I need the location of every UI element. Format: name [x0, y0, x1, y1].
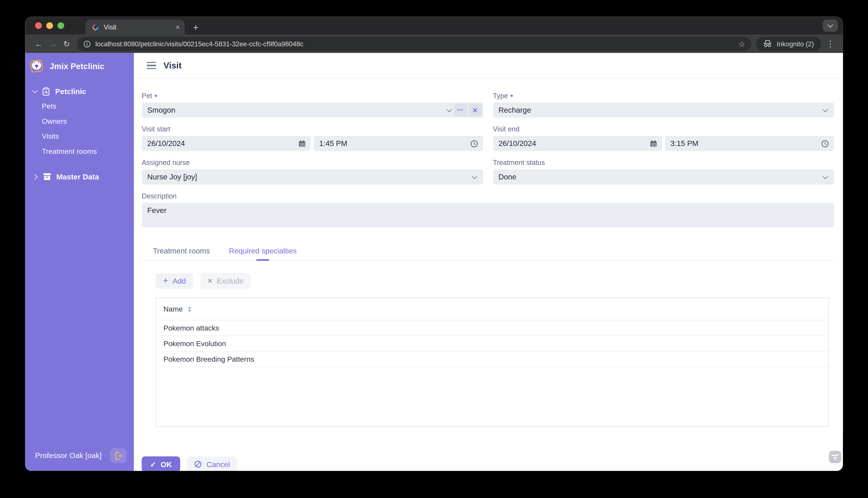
sidebar-item-visits[interactable]: Visits	[25, 129, 134, 144]
site-info-icon[interactable]	[83, 40, 91, 48]
clock-icon[interactable]	[470, 140, 478, 147]
tab-treatment-rooms[interactable]: Treatment rooms	[143, 243, 219, 260]
archive-box-icon	[43, 173, 51, 181]
visit-start-time-value: 1:45 PM	[319, 139, 470, 148]
specialty-name: Pokemon Evolution	[163, 340, 226, 348]
sort-icon[interactable]	[187, 306, 192, 312]
description-label: Description	[142, 192, 834, 200]
add-button[interactable]: + Add	[156, 273, 193, 289]
calendar-icon[interactable]	[298, 140, 306, 147]
add-button-label: Add	[173, 277, 186, 285]
tab-required-specialties[interactable]: Required specialties	[219, 243, 306, 260]
browser-titlebar: Visit × +	[25, 17, 843, 35]
assigned-nurse-group: Assigned nurse Nurse Joy [joy]	[142, 159, 483, 184]
app-logo-row: Jmix Petclinic	[25, 53, 134, 74]
type-label: Type •	[493, 92, 834, 100]
current-user-label: Professor Oak [oak]	[35, 451, 102, 460]
visit-start-label: Visit start	[142, 126, 483, 133]
tab-search-button[interactable]	[823, 19, 838, 31]
visit-form: Pet • Smogon ••• ×	[134, 79, 843, 471]
assigned-nurse-label: Assigned nurse	[142, 159, 483, 167]
logout-icon	[114, 452, 123, 460]
type-select[interactable]: Recharge	[493, 103, 834, 118]
browser-tab[interactable]: Visit ×	[86, 19, 185, 35]
pet-clear-button[interactable]: ×	[468, 104, 482, 117]
menu-toggle-icon[interactable]	[147, 62, 156, 69]
address-bar[interactable]: localhost:8080/petclinic/visits/00215ec4…	[77, 37, 751, 51]
table-row[interactable]: Pokemon Breeding Patterns	[156, 352, 828, 367]
zoom-window-button[interactable]	[58, 22, 64, 29]
pet-picker-field[interactable]: Smogon ••• ×	[142, 103, 483, 118]
clock-icon[interactable]	[821, 140, 829, 147]
reload-button[interactable]: ↻	[60, 39, 74, 48]
page-header: Visit	[134, 53, 843, 79]
sidebar-item-label: Pets	[42, 102, 56, 110]
browser-window: Visit × + ← → ↻ localhost:8080/petclinic…	[25, 17, 843, 471]
description-textarea[interactable]: Fever	[142, 203, 834, 227]
incognito-badge[interactable]: Inkognito (2)	[756, 37, 821, 51]
exclude-button[interactable]: × Exclude	[201, 273, 251, 289]
form-actions: ✓ OK Cancel	[142, 456, 834, 471]
bookmark-star-icon[interactable]: ☆	[738, 39, 745, 48]
chevron-down-icon	[32, 88, 38, 93]
ok-button-label: OK	[161, 460, 172, 468]
page-title: Visit	[163, 61, 181, 70]
visit-end-label: Visit end	[493, 126, 834, 133]
pet-label: Pet •	[142, 92, 483, 100]
tab-label: Required specialties	[229, 247, 297, 255]
chevron-down-icon	[822, 173, 828, 179]
chevron-down-icon[interactable]	[446, 106, 452, 112]
sidebar-item-treatment-rooms[interactable]: Treatment rooms	[25, 144, 134, 159]
table-header-name[interactable]: Name	[156, 298, 828, 320]
check-icon: ✓	[150, 460, 156, 468]
table-row[interactable]: Pokemon Evolution	[156, 336, 828, 352]
browser-menu-button[interactable]: ⋮	[821, 39, 838, 49]
minimize-window-button[interactable]	[46, 22, 53, 29]
table-row[interactable]: Pokemon attacks	[156, 320, 828, 336]
pet-lookup-button[interactable]: •••	[454, 104, 467, 117]
visit-start-time-input[interactable]: 1:45 PM	[314, 136, 483, 151]
treatment-status-value: Done	[498, 173, 821, 181]
sidebar-item-owners[interactable]: Owners	[25, 114, 134, 129]
incognito-icon	[763, 40, 772, 47]
specialty-name: Pokemon Breeding Patterns	[163, 355, 254, 363]
app-title: Jmix Petclinic	[50, 62, 104, 70]
cancel-button-label: Cancel	[206, 460, 230, 468]
sidebar-item-pets[interactable]: Pets	[25, 99, 134, 114]
sidebar: Jmix Petclinic Petclinic Pets Owners	[25, 53, 134, 471]
visit-start-date-input[interactable]: 26/10/2024	[142, 136, 311, 151]
visit-end-time-input[interactable]: 3:15 PM	[665, 136, 834, 151]
treatment-status-group: Treatment status Done	[493, 159, 834, 184]
treatment-status-select[interactable]: Done	[493, 169, 834, 185]
sidebar-section-petclinic[interactable]: Petclinic	[25, 84, 134, 99]
visit-end-date-input[interactable]: 26/10/2024	[493, 136, 662, 151]
x-icon: ×	[208, 277, 212, 285]
new-tab-button[interactable]: +	[193, 23, 199, 32]
sidebar-section-master-data[interactable]: Master Data	[25, 169, 134, 184]
visit-start-group: Visit start 26/10/2024	[142, 126, 483, 151]
required-specialties-panel: + Add × Exclude Name	[142, 261, 834, 427]
chevron-down-icon	[828, 22, 833, 27]
cancel-button[interactable]: Cancel	[187, 456, 237, 471]
close-window-button[interactable]	[35, 22, 42, 29]
vaadin-devtools-button[interactable]	[829, 451, 841, 463]
chevron-right-icon	[32, 174, 38, 180]
chevron-down-icon	[822, 106, 828, 112]
sidebar-section-label: Master Data	[56, 172, 99, 181]
url-text[interactable]: localhost:8080/petclinic/visits/00215ec4…	[95, 40, 734, 48]
visit-start-date-value: 26/10/2024	[148, 139, 298, 148]
logout-button[interactable]	[110, 448, 127, 463]
specialties-table: Name Pokemon attacks Pokemon Evoluti	[156, 298, 829, 427]
forward-button[interactable]: →	[46, 39, 60, 48]
tab-close-icon[interactable]: ×	[176, 24, 180, 30]
browser-toolbar: ← → ↻ localhost:8080/petclinic/visits/00…	[25, 35, 843, 53]
exclude-button-label: Exclude	[217, 277, 243, 285]
visit-end-time-value: 3:15 PM	[671, 139, 821, 148]
pet-value: Smogon	[148, 106, 445, 114]
back-button[interactable]: ←	[32, 39, 46, 48]
calendar-icon[interactable]	[650, 140, 657, 147]
column-header-label: Name	[163, 305, 183, 313]
assigned-nurse-select[interactable]: Nurse Joy [joy]	[142, 169, 483, 185]
visit-end-date-value: 26/10/2024	[498, 139, 650, 148]
ok-button[interactable]: ✓ OK	[142, 456, 180, 471]
